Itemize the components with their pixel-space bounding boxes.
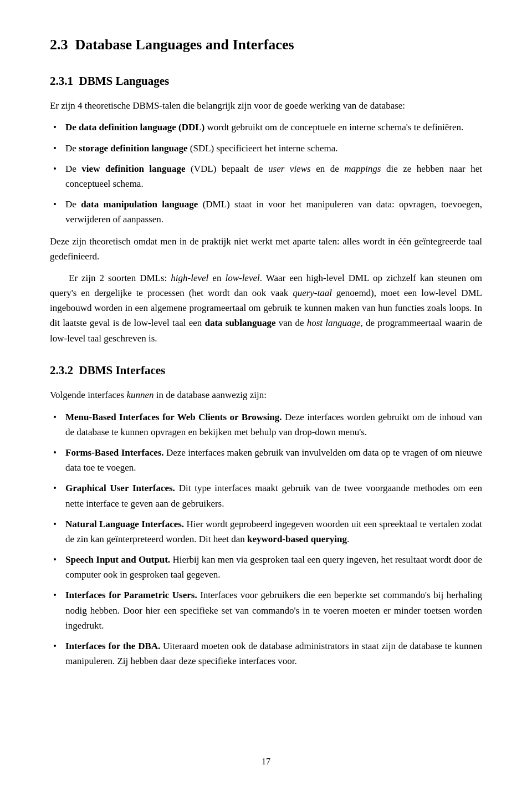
list-item-ddl: De data definition language (DDL) wordt … bbox=[50, 120, 482, 135]
dbms-languages-list: De data definition language (DDL) wordt … bbox=[50, 120, 482, 227]
subsection-1-intro: Er zijn 4 theoretische DBMS-talen die be… bbox=[50, 98, 482, 113]
list-item-natural-language: Natural Language Interfaces. Hier wordt … bbox=[50, 517, 482, 547]
page: 2.3 Database Languages and Interfaces 2.… bbox=[0, 0, 532, 791]
subsection-2-title: 2.3.2 DBMS Interfaces bbox=[50, 361, 482, 380]
subsection-1-title: 2.3.1 DBMS Languages bbox=[50, 72, 482, 91]
page-number: 17 bbox=[0, 754, 532, 769]
dbms-languages-para2: Er zijn 2 soorten DMLs: high-level en lo… bbox=[50, 271, 482, 346]
list-item-vdl: De view definition language (VDL) bepaal… bbox=[50, 161, 482, 191]
list-item-sdl: De storage definition language (SDL) spe… bbox=[50, 141, 482, 156]
dbms-interfaces-list: Menu-Based Interfaces for Web Clients or… bbox=[50, 410, 482, 669]
dbms-languages-para1: Deze zijn theoretisch omdat men in de pr… bbox=[50, 234, 482, 264]
list-item-forms-based: Forms-Based Interfaces. Deze interfaces … bbox=[50, 445, 482, 475]
list-item-speech: Speech Input and Output. Hierbij kan men… bbox=[50, 552, 482, 582]
list-item-dml: De data manipulation language (DML) staa… bbox=[50, 197, 482, 227]
section-title: 2.3 Database Languages and Interfaces bbox=[50, 33, 482, 57]
list-item-menu-based: Menu-Based Interfaces for Web Clients or… bbox=[50, 410, 482, 440]
list-item-dba: Interfaces for the DBA. Uiteraard moeten… bbox=[50, 639, 482, 668]
list-item-parametric: Interfaces for Parametric Users. Interfa… bbox=[50, 588, 482, 633]
subsection-2-intro: Volgende interfaces kunnen in de databas… bbox=[50, 387, 482, 402]
list-item-graphical: Graphical User Interfaces. Dit type inte… bbox=[50, 481, 482, 511]
